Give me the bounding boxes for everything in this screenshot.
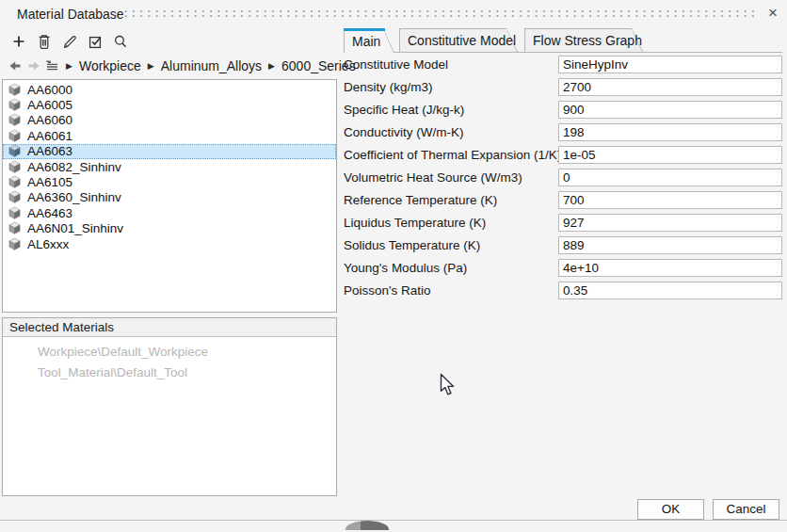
material-label: AA6463 <box>27 206 72 220</box>
field-label: Conductivity (W/m-K) <box>344 122 464 143</box>
breadcrumb-item-workpiece[interactable]: Workpiece <box>79 58 141 73</box>
field-label: Constitutive Model <box>344 55 448 75</box>
reference-temperature-field[interactable] <box>558 191 782 209</box>
field-label: Solidus Temperature (K) <box>344 235 480 256</box>
material-cube-icon <box>8 206 22 220</box>
list-view-icon[interactable] <box>45 59 59 73</box>
selected-materials-panel: Selected Materials Workpiece\Default_Wor… <box>2 317 337 496</box>
forward-arrow-icon[interactable] <box>26 59 40 73</box>
list-item[interactable]: AA6061 <box>3 128 336 143</box>
volumetric-heat-source-field[interactable] <box>558 169 782 186</box>
material-label: AL6xxx <box>27 237 69 251</box>
conductivity-field[interactable] <box>558 123 782 141</box>
material-label: AA6060 <box>27 113 72 127</box>
tab-flow-stress-graph[interactable]: Flow Stress Graph <box>524 28 643 52</box>
liquidus-temperature-field[interactable] <box>558 214 782 232</box>
tab-label: Main <box>352 28 380 52</box>
material-label: AA6N01_Sinhinv <box>27 221 123 235</box>
window-title: Material Database <box>17 7 124 22</box>
material-cube-icon <box>8 98 22 112</box>
list-item[interactable]: AA6005 <box>3 97 336 112</box>
selected-materials-header: Selected Materials <box>3 318 336 337</box>
mouse-cursor-icon <box>440 373 458 398</box>
tab-underline <box>385 52 782 53</box>
material-label: AA6000 <box>27 83 72 97</box>
background-object <box>345 521 389 530</box>
cancel-button[interactable]: Cancel <box>713 499 779 520</box>
field-label: Reference Temperature (K) <box>344 190 497 211</box>
breadcrumb-separator-icon: ▶ <box>146 61 156 71</box>
field-label: Coefficient of Thermal Expansion (1/K) <box>344 145 561 166</box>
solidus-temperature-field[interactable] <box>558 236 782 254</box>
material-list: AA6000 AA6005 AA6060 AA6061 AA6063 AA608… <box>2 79 337 313</box>
density-field[interactable] <box>558 78 782 96</box>
constitutive-model-field[interactable] <box>558 56 782 73</box>
field-label: Volumetric Heat Source (W/m3) <box>344 168 522 188</box>
list-item[interactable]: AA6463 <box>3 205 336 220</box>
material-cube-icon <box>8 144 22 158</box>
tab-label: Constitutive Model <box>408 28 516 52</box>
field-label: Poisson's Ratio <box>344 281 431 301</box>
tab-main[interactable]: Main <box>344 28 394 53</box>
breadcrumb-item-aluminum-alloys[interactable]: Aluminum_Alloys <box>161 58 262 73</box>
material-label: AA6061 <box>27 129 72 143</box>
list-item[interactable]: AA6060 <box>3 113 336 128</box>
material-cube-icon <box>8 113 22 127</box>
dialog-bottom-edge <box>0 520 787 521</box>
list-item[interactable]: AA6360_Sinhinv <box>3 190 336 205</box>
breadcrumb-separator-icon: ▶ <box>266 61 277 71</box>
tab-bar: Main Constitutive Model Flow Stress Grap… <box>0 28 787 54</box>
field-label: Liquidus Temperature (K) <box>344 213 486 234</box>
field-label: Density (kg/m3) <box>344 77 433 98</box>
material-cube-icon <box>8 83 22 97</box>
poissons-ratio-field[interactable] <box>558 282 782 299</box>
material-cube-icon <box>8 237 22 251</box>
material-cube-icon <box>8 175 22 189</box>
thermal-expansion-field[interactable] <box>558 146 782 164</box>
material-cube-icon <box>8 190 22 204</box>
breadcrumb: ▶ Workpiece ▶ Aluminum_Alloys ▶ 6000_Ser… <box>8 56 356 76</box>
title-bar: Material Database ::::::::::::::::::::::… <box>0 0 787 26</box>
material-label: AA6082_Sinhinv <box>27 160 121 174</box>
material-label: AA6105 <box>27 175 72 189</box>
material-label: AA6360_Sinhinv <box>27 190 121 204</box>
material-cube-icon <box>8 221 22 235</box>
breadcrumb-separator-icon: ▶ <box>64 61 74 71</box>
selected-material-item[interactable]: Workpiece\Default_Workpiece <box>3 342 336 363</box>
tab-constitutive-model[interactable]: Constitutive Model <box>399 28 518 52</box>
material-label: AA6063 <box>27 144 72 158</box>
list-item[interactable]: AA6105 <box>3 174 336 189</box>
material-cube-icon <box>8 160 22 174</box>
field-label: Young's Modulus (Pa) <box>344 258 467 279</box>
selected-material-item[interactable]: Tool_Material\Default_Tool <box>3 363 336 383</box>
tab-label: Flow Stress Graph <box>533 28 642 52</box>
ok-button[interactable]: OK <box>637 499 704 520</box>
field-label: Specific Heat (J/kg-k) <box>344 100 464 121</box>
close-icon[interactable]: × <box>763 3 783 24</box>
back-arrow-icon[interactable] <box>8 59 22 73</box>
material-database-dialog: Material Database ::::::::::::::::::::::… <box>0 0 787 532</box>
list-item-selected[interactable]: AA6063 <box>3 144 336 159</box>
material-cube-icon <box>8 129 22 143</box>
list-item[interactable]: AA6082_Sinhinv <box>3 159 336 174</box>
list-item[interactable]: AA6N01_Sinhinv <box>3 221 336 236</box>
material-label: AA6005 <box>27 98 72 112</box>
youngs-modulus-field[interactable] <box>558 259 782 277</box>
drag-handle[interactable]: ::::::::::::::::::::::::::::::::::::::::… <box>122 4 759 23</box>
list-item[interactable]: AL6xxx <box>3 236 336 251</box>
list-item[interactable]: AA6000 <box>3 82 336 97</box>
specific-heat-field[interactable] <box>558 101 782 119</box>
